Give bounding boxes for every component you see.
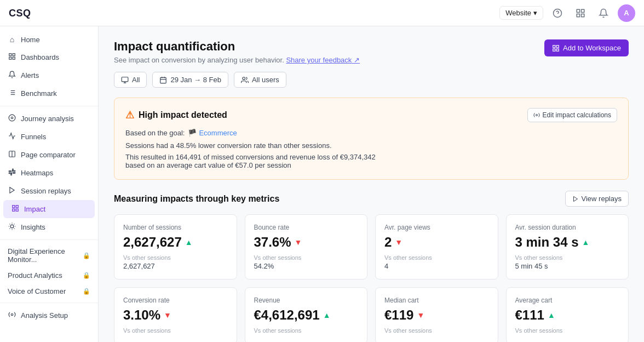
svg-marker-20 [10,187,14,193]
metric-value-text: €111 [515,307,544,323]
users-filter-button[interactable]: All users [234,72,286,88]
sidebar-item-home[interactable]: ⌂ Home [0,31,98,48]
goal-name: Ecommerce [199,129,237,137]
metric-value: 37.6% ▼ [254,235,359,250]
metric-label: Conversion rate [123,297,228,304]
flag-icon: 🏴 [188,129,197,137]
svg-point-25 [10,225,14,228]
metric-value-text: €119 [384,307,413,323]
website-label: Website [505,9,531,17]
feedback-link[interactable]: Share your feedback ↗ [286,56,360,64]
app-body: ⌂ Home Dashboards Alerts Benchmark [0,26,644,342]
alert-goal-row: Based on the goal: 🏴 Ecommerce [125,129,617,137]
svg-marker-48 [573,196,577,201]
sidebar-item-page-comparator[interactable]: Page comparator [0,146,98,164]
sidebar-item-product-analytics[interactable]: Product Analytics 🔒 [0,267,98,283]
sidebar-divider-3 [0,303,98,303]
metric-label: Average cart [515,297,620,304]
metric-value-text: 2 [384,235,392,250]
main-content: Impact quantification See impact on conv… [99,26,644,342]
page-comparator-icon [8,150,16,159]
page-subtitle: See impact on conversion by analyzing us… [114,56,360,64]
sidebar-item-alerts[interactable]: Alerts [0,66,98,84]
sidebar: ⌂ Home Dashboards Alerts Benchmark [0,26,99,342]
website-selector[interactable]: Website ▾ [499,6,543,20]
sidebar-item-insights[interactable]: Insights [0,218,98,236]
metric-card: Conversion rate 3.10% ▼ Vs other session… [114,287,237,342]
svg-point-47 [536,115,537,116]
sidebar-item-impact[interactable]: Impact [3,200,95,218]
voice-of-customer-label: Voice of Customer [8,287,66,295]
metric-value: 2,627,627 ▲ [123,235,228,250]
filter-all-button[interactable]: All [114,72,147,88]
date-range-button[interactable]: 29 Jan → 8 Feb [152,72,228,88]
svg-rect-42 [160,77,166,83]
sidebar-label-analysis-setup: Analysis Setup [21,311,68,320]
alert-title-text: High impact detected [139,110,227,120]
svg-rect-7 [13,54,15,56]
date-range-label: 29 Jan → 8 Feb [170,76,221,84]
sidebar-label-heatmaps: Heatmaps [21,169,53,177]
help-icon[interactable] [549,4,566,22]
sidebar-divider-1 [0,106,98,106]
view-replays-button[interactable]: View replays [565,191,629,207]
metric-value: 3 min 34 s ▲ [515,235,620,250]
sidebar-divider-2 [0,240,98,240]
sidebar-item-session-replays[interactable]: Session replays [0,182,98,200]
goal-label: Based on the goal: [125,129,185,137]
analysis-setup-icon [8,311,16,320]
session-replays-icon [8,186,16,196]
sidebar-item-voice-of-customer[interactable]: Voice of Customer 🔒 [0,283,98,299]
add-to-workspace-button[interactable]: Add to Workspace [544,39,629,56]
metric-value: 3.10% ▼ [123,307,228,323]
trend-down-icon: ▼ [164,311,171,320]
alert-detail: This resulted in 164,491 of missed conve… [125,153,617,169]
page-header: Impact quantification See impact on conv… [114,39,629,64]
sidebar-label-insights: Insights [21,223,45,231]
sidebar-item-funnels[interactable]: Funnels [0,128,98,146]
external-link-icon: ↗ [354,56,360,64]
page-header-left: Impact quantification See impact on conv… [114,39,360,64]
sidebar-item-journey-analysis[interactable]: Journey analysis [0,110,98,128]
svg-rect-37 [553,49,555,51]
metric-value-text: 37.6% [254,235,291,250]
topnav-right: Website ▾ A [499,4,635,22]
svg-line-33 [14,224,15,224]
sidebar-item-analysis-setup[interactable]: Analysis Setup [0,306,98,324]
svg-point-16 [9,115,15,121]
goal-link[interactable]: 🏴 Ecommerce [188,129,237,137]
sidebar-item-dashboards[interactable]: Dashboards [0,48,98,66]
sidebar-item-benchmark[interactable]: Benchmark [0,84,98,102]
svg-rect-24 [16,209,18,211]
journey-analysis-icon [8,114,16,123]
lock-icon-product: 🔒 [83,272,90,279]
metric-vs-label: Vs other sessions [515,327,620,334]
metric-card: Bounce rate 37.6% ▼ Vs other sessions 54… [245,214,368,280]
metric-value-text: 3 min 34 s [515,235,579,250]
svg-line-28 [9,224,10,224]
svg-rect-6 [9,54,12,56]
topnav: CSQ Website ▾ A [0,0,644,26]
sidebar-label-page-comparator: Page comparator [21,151,76,159]
alert-title-left: ⚠ High impact detected [125,109,227,121]
bell-icon[interactable] [595,4,612,22]
grid-icon[interactable] [572,4,589,22]
metric-value: 2 ▼ [384,235,489,250]
sidebar-label-benchmark: Benchmark [21,89,57,98]
sidebar-item-digital-experience[interactable]: Digital Experience Monitor... 🔒 [0,243,98,267]
view-replays-label: View replays [582,195,622,203]
metric-card: Number of sessions 2,627,627 ▲ Vs other … [114,214,237,280]
sidebar-item-heatmaps[interactable]: Heatmaps [0,164,98,182]
page-title: Impact quantification [114,39,360,54]
edit-impact-button[interactable]: Edit impact calculations [527,108,617,122]
svg-rect-39 [122,77,128,81]
sidebar-label-session-replays: Session replays [21,187,71,195]
svg-rect-22 [16,206,18,208]
svg-point-17 [11,117,13,119]
svg-rect-23 [13,209,15,211]
svg-point-34 [11,314,13,316]
metric-vs-label: Vs other sessions [384,254,489,261]
avatar[interactable]: A [618,4,635,22]
funnels-icon [8,132,16,141]
add-btn-label: Add to Workspace [563,44,621,52]
